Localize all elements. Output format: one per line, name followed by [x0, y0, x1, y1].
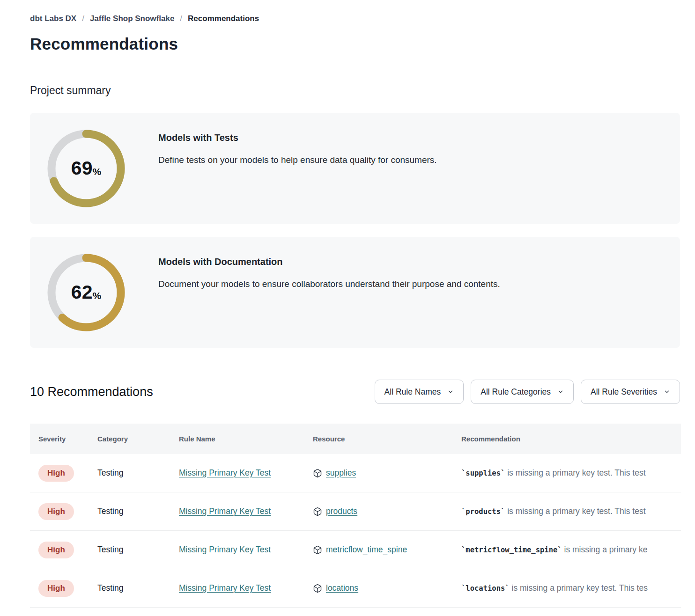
filter-rule-categories-dropdown[interactable]: All Rule Categories: [471, 380, 574, 404]
table-body: High Testing Missing Primary Key Test su…: [30, 454, 681, 608]
model-cube-icon: [313, 469, 322, 478]
column-header-recommendation: Recommendation: [461, 435, 681, 443]
category-cell: Testing: [97, 468, 179, 478]
recommendation-code: `metricflow_time_spine`: [461, 546, 562, 554]
column-header-rule-name: Rule Name: [179, 435, 313, 443]
category-cell: Testing: [97, 506, 179, 516]
recommendation-code: `locations`: [461, 584, 510, 593]
documentation-progress-donut: 62%: [47, 253, 126, 332]
chevron-down-icon: [557, 389, 564, 395]
recommendation-text: is missing a primary key test. This test: [505, 506, 645, 516]
chevron-down-icon: [664, 389, 670, 395]
resource-link[interactable]: products: [326, 506, 357, 516]
percent-value: 62: [71, 281, 93, 303]
filter-rule-names-dropdown[interactable]: All Rule Names: [375, 380, 464, 404]
rule-name-link[interactable]: Missing Primary Key Test: [179, 545, 271, 554]
breadcrumb-item-project[interactable]: Jaffle Shop Snowflake: [90, 14, 174, 23]
breadcrumb-item-account[interactable]: dbt Labs DX: [30, 14, 76, 23]
filter-label: All Rule Names: [384, 387, 441, 397]
table-header-row: Severity Category Rule Name Resource Rec…: [30, 424, 681, 454]
severity-badge: High: [38, 465, 74, 482]
donut-percent-label: 62%: [47, 253, 126, 332]
severity-badge: High: [38, 542, 74, 558]
recommendations-header: 10 Recommendations All Rule Names All Ru…: [30, 380, 680, 404]
model-cube-icon: [313, 584, 322, 593]
percent-value: 69: [71, 157, 93, 179]
rule-name-cell: Missing Primary Key Test: [179, 583, 313, 593]
resource-link[interactable]: locations: [326, 583, 358, 593]
breadcrumb: dbt Labs DX / Jaffle Shop Snowflake / Re…: [30, 14, 680, 23]
severity-cell: High: [38, 542, 97, 558]
filter-rule-severities-dropdown[interactable]: All Rule Severities: [581, 380, 680, 404]
resource-link[interactable]: metricflow_time_spine: [326, 545, 407, 555]
summary-cards: 69% Models with Tests Define tests on yo…: [30, 113, 680, 348]
severity-badge: High: [38, 580, 74, 597]
percent-sign: %: [92, 166, 101, 177]
recommendation-text: is missing a primary key test. This tes: [510, 583, 648, 593]
model-cube-icon: [313, 507, 322, 516]
rule-name-link[interactable]: Missing Primary Key Test: [179, 583, 271, 593]
project-summary-heading: Project summary: [30, 84, 680, 97]
column-header-severity: Severity: [38, 435, 97, 443]
severity-cell: High: [38, 503, 97, 520]
resource-cell: locations: [313, 583, 461, 593]
recommendation-cell: `locations` is missing a primary key tes…: [461, 583, 681, 593]
card-text: Models with Tests Define tests on your m…: [158, 132, 451, 165]
severity-cell: High: [38, 465, 97, 482]
breadcrumb-item-current: Recommendations: [188, 14, 259, 23]
page-title: Recommendations: [30, 35, 680, 53]
card-title: Models with Documentation: [158, 257, 500, 267]
table-row: High Testing Missing Primary Key Test me…: [30, 531, 681, 569]
rule-name-cell: Missing Primary Key Test: [179, 506, 313, 516]
recommendations-count-heading: 10 Recommendations: [30, 385, 153, 399]
recommendations-table: Severity Category Rule Name Resource Rec…: [30, 424, 681, 608]
category-cell: Testing: [97, 583, 179, 593]
recommendation-code: `products`: [461, 507, 505, 516]
recommendation-code: `supplies`: [461, 469, 505, 477]
resource-cell: products: [313, 506, 461, 516]
table-row: High Testing Missing Primary Key Test lo…: [30, 569, 681, 608]
card-description: Define tests on your models to help ensu…: [158, 155, 437, 165]
recommendation-cell: `products` is missing a primary key test…: [461, 506, 681, 516]
filters: All Rule Names All Rule Categories All R…: [375, 380, 680, 404]
card-title: Models with Tests: [158, 132, 437, 143]
donut-percent-label: 69%: [47, 129, 126, 208]
rule-name-cell: Missing Primary Key Test: [179, 468, 313, 478]
rule-name-link[interactable]: Missing Primary Key Test: [179, 468, 271, 477]
column-header-resource: Resource: [313, 435, 461, 443]
recommendation-cell: `metricflow_time_spine` is missing a pri…: [461, 545, 681, 555]
resource-cell: supplies: [313, 468, 461, 478]
severity-badge: High: [38, 503, 74, 520]
resource-cell: metricflow_time_spine: [313, 545, 461, 555]
chevron-down-icon: [447, 389, 454, 395]
filter-label: All Rule Categories: [481, 387, 551, 397]
recommendations-page: dbt Labs DX / Jaffle Shop Snowflake / Re…: [0, 0, 695, 608]
table-row: High Testing Missing Primary Key Test su…: [30, 454, 681, 492]
table-row: High Testing Missing Primary Key Test pr…: [30, 492, 681, 531]
resource-link[interactable]: supplies: [326, 468, 356, 478]
recommendation-text: is missing a primary key test. This test: [505, 468, 645, 477]
model-cube-icon: [313, 545, 322, 555]
tests-progress-donut: 69%: [47, 129, 126, 208]
summary-card-models-with-documentation: 62% Models with Documentation Document y…: [30, 237, 680, 348]
recommendation-text: is missing a primary ke: [562, 545, 648, 554]
breadcrumb-separator: /: [180, 14, 182, 23]
column-header-category: Category: [97, 435, 179, 443]
category-cell: Testing: [97, 545, 179, 555]
card-text: Models with Documentation Document your …: [158, 257, 514, 289]
rule-name-link[interactable]: Missing Primary Key Test: [179, 506, 271, 516]
rule-name-cell: Missing Primary Key Test: [179, 545, 313, 555]
recommendation-cell: `supplies` is missing a primary key test…: [461, 468, 681, 478]
filter-label: All Rule Severities: [591, 387, 657, 397]
percent-sign: %: [92, 290, 101, 301]
severity-cell: High: [38, 580, 97, 597]
card-description: Document your models to ensure collabora…: [158, 279, 500, 289]
summary-card-models-with-tests: 69% Models with Tests Define tests on yo…: [30, 113, 680, 224]
breadcrumb-separator: /: [82, 14, 84, 23]
